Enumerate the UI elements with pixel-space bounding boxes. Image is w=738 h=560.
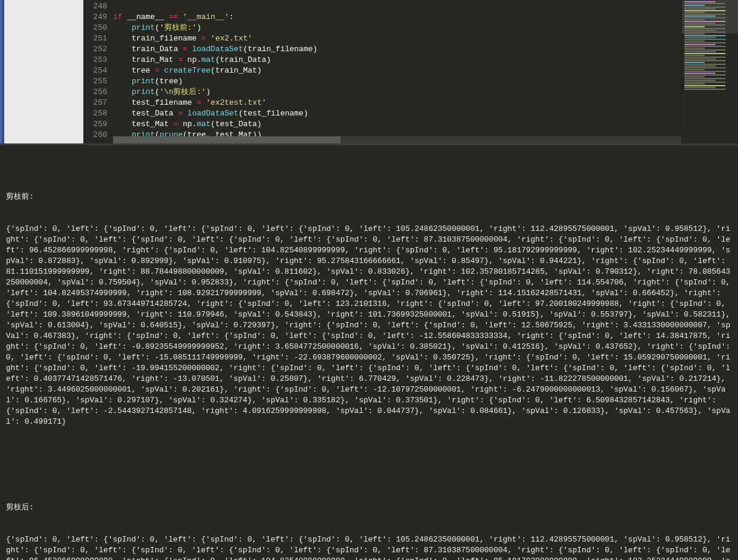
code-line[interactable]: if __name__ == '__main__':	[113, 12, 681, 23]
output-tree-before: {'spInd': 0, 'left': {'spInd': 0, 'left'…	[6, 224, 732, 427]
output-header-before: 剪枝前:	[6, 192, 732, 202]
line-number: 258	[83, 108, 107, 119]
output-console[interactable]: 剪枝前: {'spInd': 0, 'left': {'spInd': 0, '…	[0, 145, 738, 560]
line-gutter: 248249250251252253254255256257258259260	[83, 0, 113, 143]
code-line[interactable]: tree = createTree(train_Mat)	[113, 65, 681, 76]
line-number: 255	[83, 76, 107, 87]
code-line[interactable]: train_Mat = np.mat(train_Data)	[113, 55, 681, 65]
scrollbar-thumb[interactable]	[113, 136, 340, 143]
output-tree-after: {'spInd': 0, 'left': {'spInd': 0, 'left'…	[6, 534, 732, 560]
code-line[interactable]: print('\n剪枝后:')	[113, 87, 681, 98]
line-number: 250	[83, 23, 107, 33]
line-number: 252	[83, 44, 107, 55]
code-line[interactable]: train_Data = loadDataSet(train_filename)	[113, 44, 681, 55]
line-number: 253	[83, 55, 107, 65]
code-area[interactable]: if __name__ == '__main__': print('剪枝前:')…	[113, 0, 681, 143]
line-number: 251	[83, 33, 107, 44]
code-line[interactable]: test_filename = 'ex2test.txt'	[113, 98, 681, 108]
code-line[interactable]	[113, 1, 681, 12]
code-line[interactable]: test_Data = loadDataSet(test_filename)	[113, 108, 681, 119]
line-number: 259	[83, 119, 107, 130]
output-header-after: 剪枝后:	[6, 502, 732, 513]
code-editor[interactable]: 248249250251252253254255256257258259260 …	[83, 0, 681, 143]
horizontal-scrollbar[interactable]	[113, 136, 681, 143]
code-line[interactable]: print('剪枝前:')	[113, 23, 681, 33]
line-number: 249	[83, 12, 107, 23]
code-line[interactable]: test_Mat = np.mat(test_Data)	[113, 119, 681, 130]
line-number: 260	[83, 130, 107, 140]
line-number: 254	[83, 65, 107, 76]
line-number: 248	[83, 1, 107, 12]
window-edge	[0, 0, 4, 143]
minimap[interactable]	[681, 0, 738, 143]
editor-pane: 248249250251252253254255256257258259260 …	[0, 0, 738, 145]
line-number: 257	[83, 98, 107, 108]
line-number: 256	[83, 87, 107, 98]
side-panel[interactable]	[4, 0, 83, 143]
code-line[interactable]: print(tree)	[113, 76, 681, 87]
code-line[interactable]: train_filename = 'ex2.txt'	[113, 33, 681, 44]
